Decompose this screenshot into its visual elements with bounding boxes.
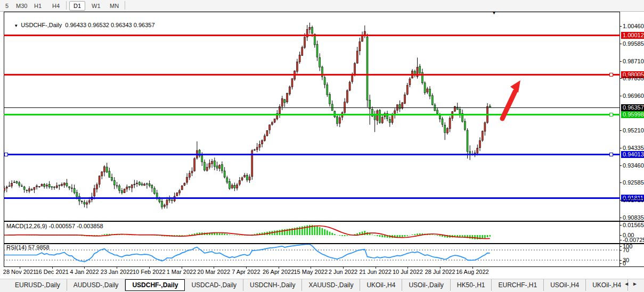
chart-tab-usdcnh-daily[interactable]: USDCNH-,Daily [243, 279, 302, 291]
hline-0.91811[interactable] [4, 197, 620, 199]
rsi-canvas[interactable] [4, 244, 620, 266]
chart-tab-audusd-daily[interactable]: AUDUSD-,Daily [67, 279, 126, 291]
timeframe-toolbar: 5M30H1H4D1W1MN [0, 0, 644, 12]
chart-tab-usdchf-daily[interactable]: USDCHF-,Daily [125, 279, 185, 291]
tab-scroll-left-icon[interactable]: ◄ [624, 281, 632, 287]
date-tick [440, 266, 441, 269]
price-tick-label: 0.90835 [623, 214, 644, 221]
price-tick-label: 0.98710 [623, 58, 644, 64]
toolbar-separator [125, 1, 125, 10]
tab-scroll-right-icon[interactable]: ► [632, 281, 641, 287]
price-tick-label: 1.00460 [623, 23, 644, 29]
date-tick [52, 266, 53, 269]
chart-tab-ukoil-h4[interactable]: UKOil-,H4 [586, 279, 628, 291]
date-label: 1 Mar 2022 [163, 269, 200, 275]
price-tick-label: 0.91710 [623, 197, 644, 203]
macd-label: MACD(12,26,9) -0.000557 -0.003858 [6, 223, 103, 229]
price-tick-dash [619, 78, 622, 79]
price-tick-dash [619, 26, 622, 27]
price-tick-label: 0.92585 [623, 179, 644, 186]
date-tick [472, 266, 473, 269]
hline-marker[interactable] [609, 113, 613, 116]
date-label: 21 Jun 2022 [357, 269, 394, 275]
chart-tab-usoil-daily[interactable]: USOil-,Daily [402, 279, 450, 291]
chart-shift-marker[interactable]: ▼ [492, 10, 496, 15]
price-tick-label: 0.93460 [623, 162, 644, 169]
rsi-axis-dash [619, 260, 622, 261]
date-tick [311, 266, 311, 269]
chart-tab-usdcad-daily[interactable]: USDCAD-,Daily [185, 279, 243, 291]
date-tick [149, 266, 150, 269]
date-label: 4 Jan 2022 [66, 269, 103, 275]
tab-scroll-arrows: ◄► [624, 281, 641, 287]
price-tick-label: 0.96960 [623, 93, 644, 99]
hline-0.95998[interactable] [4, 114, 620, 115]
toolbar-separator [66, 1, 67, 10]
chart-tab-hk50-h1[interactable]: HK50-,H1 [451, 279, 492, 291]
date-tick [20, 266, 20, 269]
timeframe-button-m30[interactable]: M30 [12, 1, 31, 11]
chart-tab-eurchf-h1[interactable]: EURCHF-,H1 [492, 279, 544, 291]
date-tick [246, 266, 247, 269]
macd-axis-dash [619, 235, 622, 236]
macd-axis-dash [619, 225, 622, 226]
chart-tab-usoil-h4[interactable]: USOil-,H4 [544, 279, 586, 291]
rsi-axis-label: 0 [623, 260, 644, 266]
date-tick [84, 266, 85, 269]
date-tick [343, 266, 344, 269]
price-badge-1.00012: 1.00012 [621, 32, 644, 39]
symbol-ohlc: 0.96433 0.96532 0.96343 0.96357 [65, 22, 154, 28]
rsi-axis-dash [619, 263, 622, 264]
price-tick-label: 0.99585 [623, 40, 644, 47]
timeframe-button-5[interactable]: 5 [1, 1, 13, 11]
price-tick-dash [619, 148, 622, 148]
date-label: 7 Apr 2022 [227, 269, 265, 275]
date-label: 16 Dec 2021 [34, 269, 71, 275]
price-tick-label: 0.94335 [623, 145, 644, 151]
symbol-dropdown-icon[interactable]: ▼ [14, 23, 18, 28]
timeframe-button-h1[interactable]: H1 [30, 1, 46, 11]
date-label: 16 Aug 2022 [454, 269, 491, 275]
date-tick [376, 266, 376, 269]
chart-tab-xauusd-daily[interactable]: XAUUSD-,Daily [302, 279, 360, 291]
timeframe-button-d1[interactable]: D1 [69, 1, 85, 11]
timeframe-button-w1[interactable]: W1 [87, 1, 105, 11]
price-tick-dash [619, 165, 622, 166]
rsi-axis-label: 70 [623, 247, 644, 253]
date-tick [407, 266, 408, 269]
macd-axis-dash [619, 240, 622, 240]
date-label: 28 Nov 2021 [1, 269, 38, 275]
chart-tab-eurusd-daily[interactable]: EURUSD-,Daily [9, 279, 67, 291]
timeframe-button-h4[interactable]: H4 [48, 1, 64, 11]
hline-0.98005[interactable] [4, 74, 620, 76]
date-label: 15 May 2022 [292, 269, 329, 275]
price-tick-dash [619, 130, 622, 131]
price-badge-0.95998: 0.95998 [621, 111, 644, 118]
chart-border-bottom [4, 266, 644, 267]
price-tick-dash [619, 44, 622, 44]
date-tick [279, 266, 279, 269]
price-tick-dash [619, 61, 622, 62]
price-tick-dash [619, 200, 622, 201]
date-label: 26 Apr 2022 [260, 269, 297, 275]
date-label: 10 Jul 2022 [389, 269, 426, 275]
candlestick-canvas[interactable] [4, 12, 620, 221]
price-tick-dash [619, 182, 622, 183]
date-label: 28 Jul 2022 [421, 269, 459, 275]
price-tick-label: 0.97835 [623, 75, 644, 81]
date-tick [117, 266, 117, 269]
chart-tab-ukoil-h4[interactable]: UKOil-,H4 [360, 279, 402, 291]
symbol-name: USDCHF-,Daily [21, 22, 62, 28]
hline-marker[interactable] [609, 73, 613, 77]
hline-marker[interactable] [609, 153, 613, 156]
price-badge-0.94013: 0.94013 [621, 151, 644, 158]
mt4-window: 5M30H1H4D1W1MN ▼ ▼USDCHF-,Daily 0.96433 … [0, 0, 644, 292]
date-tick [182, 266, 182, 269]
hline-0.94013[interactable] [4, 154, 620, 155]
timeframe-button-mn[interactable]: MN [105, 1, 123, 11]
price-tick-label: 0.95210 [623, 127, 644, 134]
hline-marker[interactable] [4, 153, 8, 156]
rsi-label: RSI(14) 57.9858 [6, 244, 50, 251]
hline-0.96357[interactable] [4, 107, 620, 108]
rsi-axis-dash [619, 246, 622, 247]
